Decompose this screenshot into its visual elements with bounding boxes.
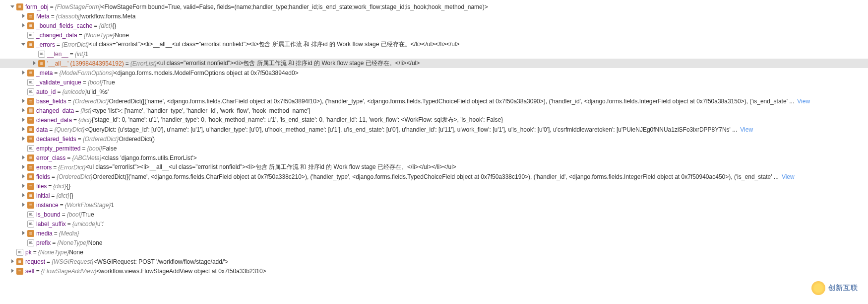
chevron-right-icon[interactable]: [32, 61, 38, 67]
tree-row[interactable]: label_suffix = {unicode} u':': [0, 219, 868, 228]
tree-row[interactable]: declared_fields = {OrderedDict} OrderedD…: [0, 134, 868, 144]
variable-value: <ul class="errorlist nonfield"><li>包含 所属…: [157, 59, 420, 68]
tree-row[interactable]: error_class = {ABCMeta} <class 'django.f…: [0, 153, 868, 162]
tree-row[interactable]: fields = {OrderedDict} OrderedDict([('na…: [0, 172, 868, 181]
chevron-right-icon[interactable]: [21, 98, 27, 104]
variable-type: {unicode}: [72, 221, 97, 228]
tree-row[interactable]: instance = {WorkFlowStage} 1: [0, 200, 868, 210]
variable-name: error_class: [36, 154, 65, 161]
variable-value: True: [82, 211, 94, 218]
chevron-right-icon[interactable]: [21, 164, 27, 170]
tree-row[interactable]: pk = {NoneType} None: [0, 247, 868, 257]
list-icon: [27, 107, 34, 114]
chevron-down-icon[interactable]: [10, 4, 16, 10]
tree-row[interactable]: errors = {ErrorDict} <ul class="errorlis…: [0, 162, 868, 172]
chevron-down-icon[interactable]: [21, 42, 27, 48]
tree-row[interactable]: is_bound = {bool} True: [0, 210, 868, 219]
chevron-right-icon[interactable]: [21, 70, 27, 76]
equals-sign: =: [54, 70, 58, 76]
variable-type: {QueryDict}: [54, 126, 84, 133]
chevron-right-icon[interactable]: [21, 23, 27, 29]
no-arrow: [21, 212, 27, 218]
variable-type: {dict}: [53, 183, 66, 190]
chevron-right-icon[interactable]: [21, 108, 27, 114]
variable-value: 1: [111, 202, 114, 209]
variable-value: <ul class="errorlist"><li>__all__<ul cla…: [89, 40, 459, 49]
tree-row[interactable]: _validate_unique = {bool} True: [0, 77, 868, 87]
variable-name: instance: [36, 202, 59, 209]
chevron-right-icon[interactable]: [21, 13, 27, 19]
watermark-text: 创新互联: [828, 284, 858, 293]
tree-row[interactable]: _changed_data = {NoneType} None: [0, 30, 868, 40]
tree-row[interactable]: initial = {dict} {}: [0, 191, 868, 200]
chevron-right-icon[interactable]: [21, 136, 27, 142]
primitive-icon: [16, 249, 23, 256]
variable-value: workflow.forms.Meta: [81, 13, 135, 20]
variable-type: {ErrorDict}: [62, 41, 89, 48]
variable-name: _changed_data: [36, 32, 77, 39]
object-icon: [16, 258, 23, 265]
object-icon: [27, 136, 34, 143]
chevron-right-icon[interactable]: [21, 117, 27, 123]
tree-row[interactable]: changed_data = {list} <type 'list'>: ['n…: [0, 106, 868, 115]
chevron-right-icon[interactable]: [21, 127, 27, 133]
chevron-right-icon[interactable]: [21, 193, 27, 199]
view-link[interactable]: View: [782, 173, 795, 180]
no-arrow: [21, 221, 27, 227]
tree-row[interactable]: data = {QueryDict} <QueryDict: {u'stage_…: [0, 125, 868, 134]
tree-row[interactable]: _meta = {ModelFormOptions} <django.forms…: [0, 68, 868, 77]
equals-sign: =: [75, 107, 79, 114]
variable-type: {dict}: [78, 117, 92, 124]
tree-row[interactable]: media = {Media}: [0, 228, 868, 238]
view-link[interactable]: View: [797, 98, 810, 105]
variable-type: {unicode}: [62, 88, 87, 95]
variable-type: {int}: [75, 51, 85, 58]
object-icon: [27, 41, 34, 48]
variable-name: _meta: [36, 70, 53, 76]
equals-sign: =: [49, 126, 53, 133]
tree-row[interactable]: _bound_fields_cache = {dict} {}: [0, 21, 868, 30]
tree-row[interactable]: form_obj = {FlowStageForm} <FlowStageFor…: [0, 2, 868, 11]
variable-value: <WSGIRequest: POST '/workflow/flow/stage…: [94, 258, 229, 265]
variable-name: fields: [36, 173, 50, 180]
chevron-right-icon[interactable]: [10, 259, 16, 265]
no-arrow: [21, 89, 27, 95]
object-icon: [16, 3, 23, 10]
primitive-icon: [27, 221, 34, 228]
tree-row[interactable]: self = {FlowStageAddView} <workflow.view…: [0, 266, 868, 276]
tree-row[interactable]: __len__ = {int} 1: [0, 49, 868, 59]
tree-row[interactable]: empty_permitted = {bool} False: [0, 144, 868, 153]
tree-row[interactable]: '__all__' (139984843954192) = {ErrorList…: [0, 59, 868, 68]
tree-row[interactable]: request = {WSGIRequest} <WSGIRequest: PO…: [0, 257, 868, 266]
variable-value: <ul class="errorlist"><li>__all__<ul cla…: [86, 163, 456, 171]
object-icon: [27, 13, 34, 20]
tree-row[interactable]: auto_id = {unicode} u'id_%s': [0, 87, 868, 96]
equals-sign: =: [33, 249, 37, 256]
variable-type: {NoneType}: [84, 32, 115, 39]
tree-row[interactable]: files = {dict} {}: [0, 181, 868, 191]
variable-type: {list}: [80, 107, 92, 114]
view-link[interactable]: View: [740, 126, 753, 133]
equals-sign: =: [52, 173, 55, 180]
variable-name: prefix: [36, 239, 51, 246]
no-arrow: [21, 240, 27, 246]
variables-tree[interactable]: form_obj = {FlowStageForm} <FlowStageFor…: [0, 0, 868, 278]
tree-row[interactable]: prefix = {NoneType} None: [0, 238, 868, 247]
variable-name: base_fields: [36, 98, 66, 105]
chevron-right-icon[interactable]: [21, 174, 27, 180]
equals-sign: =: [78, 136, 81, 143]
tree-row[interactable]: cleaned_data = {dict} {'stage_id': 0, 'n…: [0, 115, 868, 125]
variable-type: {NoneType}: [38, 249, 69, 256]
tree-row[interactable]: base_fields = {OrderedDict} OrderedDict(…: [0, 96, 868, 106]
tree-row[interactable]: _errors = {ErrorDict} <ul class="errorli…: [0, 40, 868, 49]
chevron-right-icon[interactable]: [21, 155, 27, 161]
no-arrow: [32, 51, 38, 57]
equals-sign: =: [125, 60, 129, 67]
chevron-right-icon[interactable]: [21, 183, 27, 189]
tree-row[interactable]: Meta = {classobj} workflow.forms.Meta: [0, 11, 868, 21]
variable-name: initial: [36, 192, 50, 199]
chevron-right-icon[interactable]: [21, 202, 27, 208]
variable-type: {ErrorList}: [130, 60, 157, 67]
chevron-right-icon[interactable]: [21, 230, 27, 236]
chevron-right-icon[interactable]: [10, 268, 16, 274]
